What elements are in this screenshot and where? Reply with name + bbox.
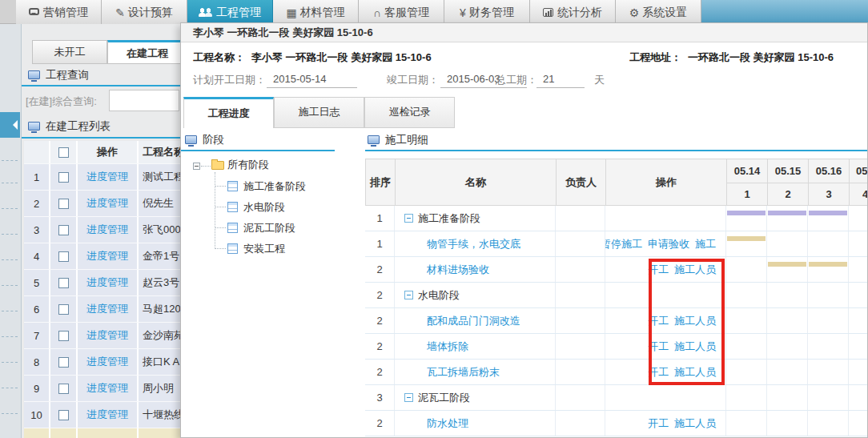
row-checkbox[interactable] [58,410,69,420]
tree-node-root[interactable]: 所有阶段 [227,158,269,172]
collapse-icon[interactable] [404,214,413,223]
row-index: 2 [24,191,50,216]
date-label: 05.14 [727,159,767,183]
row-index: 7 [24,323,50,348]
project-name: 十堰热线 [139,402,180,428]
header-index [24,141,50,163]
row-checkbox[interactable] [58,357,69,368]
row-checkbox[interactable] [58,304,69,315]
col-date: 05.16 3 [809,159,850,205]
tab-inspection[interactable]: 巡检记录 [364,97,455,128]
tree-connector [215,186,226,187]
progress-mgmt-link[interactable]: 进度管理 [86,196,128,211]
progress-mgmt-link[interactable]: 进度管理 [86,381,128,396]
tab-label: 未开工 [54,46,86,58]
progress-mgmt-link[interactable]: 进度管理 [86,170,128,184]
grid-icon: ▦ [286,6,296,19]
nav-tab-finance[interactable]: ¥财务管理 [444,0,530,24]
task-name-link[interactable]: 瓦工拆墙后粉末 [427,365,500,380]
progress-mgmt-link[interactable]: 进度管理 [86,408,128,422]
day-number: 3 [809,183,849,206]
panel-icon [28,122,40,131]
progress-mgmt-link[interactable]: 进度管理 [86,302,128,316]
workers-link[interactable]: 施工人员 [674,365,716,380]
task-name-cell[interactable]: 配和成品门门洞改造 [395,308,556,333]
task-name-link[interactable]: 墙体拆除 [427,340,468,354]
nav-tab-design[interactable]: ✎设计预算 [102,0,187,24]
task-name-link[interactable]: 防水处理 [427,416,468,431]
project-info-line: 工程名称： 李小琴 一环路北一段 美好家园 15-10-6 工程地址： 一环路北… [181,50,867,65]
splitter-strip [0,24,22,438]
collapse-sidebar-handle[interactable] [0,112,20,138]
task-name-cell[interactable]: 防水处理 [395,411,556,436]
select-all-checkbox[interactable] [58,147,69,158]
owner-cell [556,283,605,307]
tree-node-stage[interactable]: 水电阶段 [243,200,285,215]
stage-name: 泥瓦工阶段 [418,391,470,405]
tab-in-construction[interactable]: 在建工程 [107,40,180,64]
progress-mgmt-link[interactable]: 进度管理 [86,275,128,290]
workers-link[interactable]: 施工人员 [674,340,716,354]
progress-mgmt-link[interactable]: 进度管理 [86,223,128,237]
start-work-link[interactable]: 开工 [648,314,669,328]
row-index: 4 [24,243,50,269]
tab-log[interactable]: 施工日志 [274,97,364,128]
start-work-link[interactable]: 开工 [648,416,669,431]
order-cell: 2 [365,411,395,436]
gantt-cell [767,360,808,384]
row-checkbox[interactable] [58,331,69,341]
task-name-cell[interactable]: 材料进场验收 [395,257,556,282]
tree-node-stage[interactable]: 施工准备阶段 [243,179,306,194]
row-checkbox[interactable] [58,384,69,394]
workers-link[interactable]: 施工人员 [674,263,716,277]
tab-progress[interactable]: 工程进度 [183,97,274,128]
task-name-link[interactable]: 物管手续，水电交底 [427,237,520,251]
nav-tab-materials[interactable]: ▦材料管理 [273,0,359,24]
apply-accept-link[interactable]: 申请验收 [648,237,689,251]
task-name-cell[interactable]: 瓦工拆墙后粉末 [395,360,556,384]
duration-value: 21 [536,73,585,88]
row-checkbox[interactable] [58,199,69,209]
pause-link[interactable]: 暂停施工 [605,237,642,251]
progress-mgmt-link[interactable]: 进度管理 [86,355,128,369]
task-name-link[interactable]: 材料进场验收 [427,263,489,277]
gantt-cell [726,385,767,410]
gantt-cell [726,360,767,384]
row-checkbox[interactable] [58,251,69,262]
tree-node-stage[interactable]: 安装工程 [243,242,285,256]
workers-link[interactable]: 施工人员 [674,416,716,431]
task-row: 2 配和成品门门洞改造 开工施工人员 [365,308,868,334]
row-checkbox[interactable] [58,172,69,183]
row-checkbox[interactable] [58,225,69,235]
tree-node-stage[interactable]: 泥瓦工阶段 [243,221,295,235]
project-name: 金沙南苑 [139,323,180,348]
collapse-icon[interactable] [404,393,413,402]
progress-mgmt-link[interactable]: 进度管理 [86,249,128,263]
collapse-icon[interactable] [404,291,413,299]
task-name-cell[interactable]: 墙体拆除 [395,334,556,359]
order-cell: 2 [365,308,395,333]
workers-link[interactable]: 施工人员 [674,314,716,328]
start-work-link[interactable]: 开工 [648,263,669,277]
task-name-link[interactable]: 配和成品门门洞改造 [427,314,520,328]
progress-mgmt-link[interactable]: 进度管理 [86,328,128,343]
search-input[interactable] [109,90,179,111]
project-name: 赵云3号 [139,270,180,295]
task-name-cell[interactable]: 物管手续，水电交底 [395,231,556,256]
splitter-dash [2,160,18,161]
headset-icon: ∩ [373,6,381,19]
col-ops: 操作 [606,159,727,205]
nav-tab-statistics[interactable]: 统计分析 [530,0,616,24]
tree-connector [201,166,211,167]
row-checkbox[interactable] [58,278,69,288]
start-work-link[interactable]: 开工 [648,365,669,380]
nav-tab-marketing[interactable]: 营销管理 [16,0,102,24]
construction-link[interactable]: 施工 [695,237,716,251]
tree-expander-icon[interactable] [193,163,200,170]
nav-tab-settings[interactable]: ⚙系统设置 [616,0,701,24]
start-work-link[interactable]: 开工 [648,340,669,354]
nav-tab-engineering[interactable]: 工程管理 [187,0,273,24]
stage-name: 施工准备阶段 [418,211,480,226]
tab-not-started[interactable]: 未开工 [32,40,107,64]
nav-tab-service[interactable]: ∩客服管理 [359,0,444,24]
